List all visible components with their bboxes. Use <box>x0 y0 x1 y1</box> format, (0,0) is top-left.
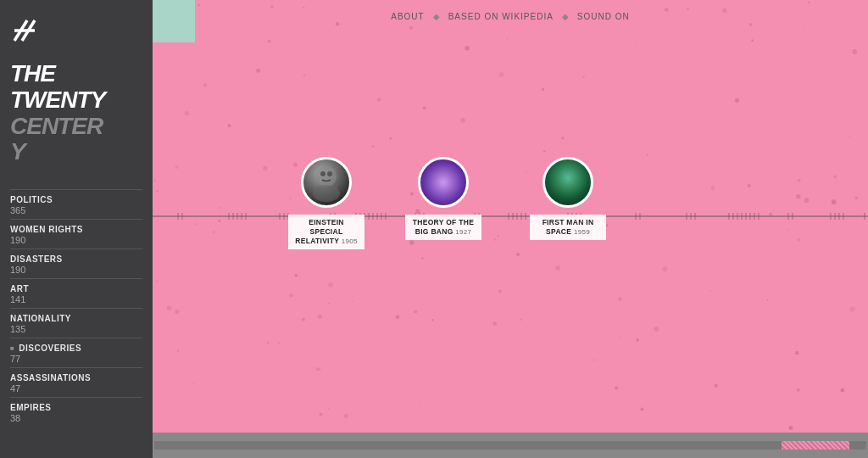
category-count: 135 <box>10 324 142 334</box>
scrollbar-thumb[interactable] <box>782 441 849 450</box>
category-list: POLITICS 365 WOMEN RIGHTS 190 DISASTERS … <box>10 189 142 427</box>
svg-point-6 <box>327 171 332 176</box>
category-name: WOMEN RIGHTS <box>10 225 142 234</box>
event-card-einstein[interactable]: Einstein Special Relativity 1905 <box>288 157 364 249</box>
sidebar-item-politics[interactable]: POLITICS 365 <box>10 189 142 219</box>
nav-sep-1: ◆ <box>433 12 440 21</box>
category-count: 141 <box>10 294 142 304</box>
main-content: About ◆ Based on Wikipedia ◆ Sound On Ei… <box>153 0 868 458</box>
svg-point-4 <box>313 185 340 202</box>
nav-sep-2: ◆ <box>562 12 569 21</box>
sidebar-item-assassinations[interactable]: ASSASSINATIONS 47 <box>10 367 142 397</box>
event-label-einstein: Einstein Special Relativity 1905 <box>288 215 364 249</box>
scrollbar-area[interactable] <box>153 433 868 458</box>
category-name: EMPIRES <box>10 403 142 412</box>
event-label-bigbang: Theory of the Big Bang 1927 <box>405 215 481 240</box>
sidebar-item-discoveries[interactable]: DISCOVERIES 77 <box>10 338 142 367</box>
sidebar-item-women-rights[interactable]: WOMEN RIGHTS 190 <box>10 219 142 249</box>
sidebar: THE TWENTY CENTER Y POLITICS 365 WOMEN R… <box>0 0 153 458</box>
top-nav: About ◆ Based on Wikipedia ◆ Sound On <box>153 12 868 21</box>
sound-toggle[interactable]: Sound On <box>577 12 630 21</box>
svg-point-3 <box>316 166 337 187</box>
event-image-einstein <box>301 157 352 208</box>
category-count: 77 <box>10 354 142 364</box>
svg-point-5 <box>320 171 326 176</box>
category-count: 365 <box>10 205 142 215</box>
scrollbar-track[interactable] <box>154 441 866 450</box>
sidebar-item-art[interactable]: ART 141 <box>10 278 142 308</box>
category-count: 38 <box>10 413 142 423</box>
event-image-bigbang <box>418 157 469 208</box>
site-title: THE TWENTY CENTER Y <box>10 61 142 165</box>
event-card-space[interactable]: First Man in Space 1959 <box>530 157 606 240</box>
category-name: POLITICS <box>10 195 142 204</box>
about-link[interactable]: About <box>391 12 424 21</box>
category-name: ART <box>10 284 142 293</box>
category-name: ASSASSINATIONS <box>10 373 142 383</box>
event-card-bigbang[interactable]: Theory of the Big Bang 1927 <box>405 157 481 240</box>
cards-container: Einstein Special Relativity 1905Theory o… <box>153 0 868 433</box>
event-image-space <box>542 157 593 208</box>
sidebar-item-disasters[interactable]: DISASTERS 190 <box>10 249 142 278</box>
category-name: NATIONALITY <box>10 314 142 323</box>
category-count: 190 <box>10 265 142 275</box>
logo-icon <box>10 15 44 46</box>
sidebar-item-nationality[interactable]: NATIONALITY 135 <box>10 308 142 338</box>
sidebar-item-empires[interactable]: EMPIRES 38 <box>10 397 142 427</box>
category-name: DISCOVERIES <box>10 344 142 353</box>
event-label-space: First Man in Space 1959 <box>530 215 606 240</box>
category-count: 190 <box>10 235 142 245</box>
category-count: 47 <box>10 383 142 394</box>
category-name: DISASTERS <box>10 254 142 264</box>
based-on-link[interactable]: Based on Wikipedia <box>448 12 554 21</box>
